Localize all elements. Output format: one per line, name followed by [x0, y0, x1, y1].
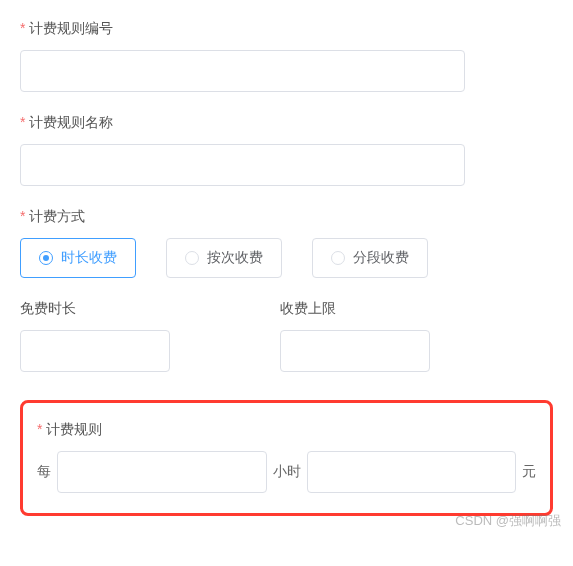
billing-rule-highlight: 计费规则 每 小时 元	[20, 400, 553, 516]
rule-name-label: 计费规则名称	[20, 114, 553, 132]
charge-cap-label: 收费上限	[280, 300, 430, 318]
rule-unit-yuan: 元	[522, 463, 536, 481]
rule-no-input[interactable]	[20, 50, 465, 92]
radio-circle-icon	[39, 251, 53, 265]
rule-unit-hours: 小时	[273, 463, 301, 481]
radio-per-time-label: 按次收费	[207, 249, 263, 267]
radio-per-time[interactable]: 按次收费	[166, 238, 282, 278]
free-duration-input[interactable]	[20, 330, 170, 372]
radio-duration[interactable]: 时长收费	[20, 238, 136, 278]
billing-rule-row: 每 小时 元	[37, 451, 536, 493]
free-duration-label: 免费时长	[20, 300, 170, 318]
rule-hours-input[interactable]	[57, 451, 267, 493]
rule-no-label: 计费规则编号	[20, 20, 553, 38]
radio-segment[interactable]: 分段收费	[312, 238, 428, 278]
charge-cap-input[interactable]	[280, 330, 430, 372]
radio-circle-icon	[331, 251, 345, 265]
billing-method-label: 计费方式	[20, 208, 553, 226]
billing-rule-label: 计费规则	[37, 421, 536, 439]
billing-method-group: 时长收费 按次收费 分段收费	[20, 238, 553, 278]
radio-circle-icon	[185, 251, 199, 265]
rule-name-input[interactable]	[20, 144, 465, 186]
rule-prefix: 每	[37, 463, 51, 481]
rule-amount-input[interactable]	[307, 451, 517, 493]
radio-duration-label: 时长收费	[61, 249, 117, 267]
radio-segment-label: 分段收费	[353, 249, 409, 267]
